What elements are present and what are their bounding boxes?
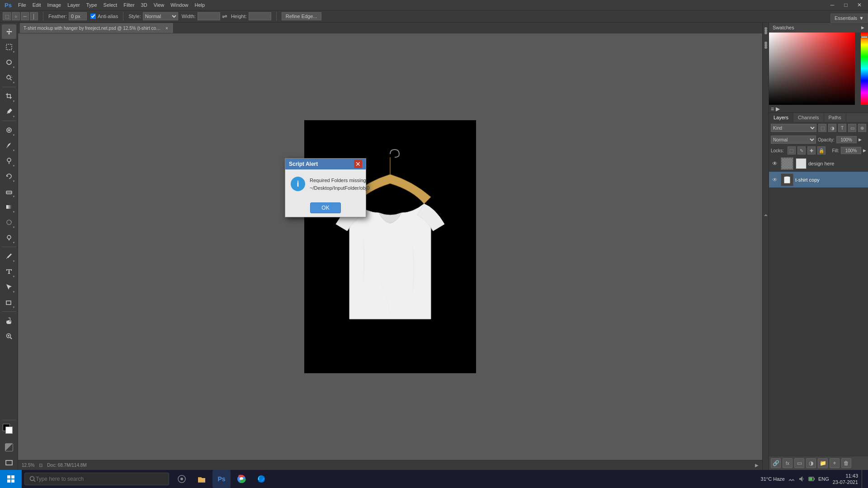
fill-arrow[interactable]: ▶: [863, 148, 866, 153]
menu-help[interactable]: Help: [192, 1, 208, 9]
eraser-tool[interactable]: ▼: [2, 184, 16, 199]
dodge-tool[interactable]: ▼: [2, 230, 16, 245]
menu-window[interactable]: Window: [168, 1, 191, 9]
taskbar-search-box[interactable]: [24, 473, 169, 485]
show-desktop-button[interactable]: [862, 470, 863, 488]
file-explorer-button[interactable]: [193, 470, 211, 488]
screen-mode-button[interactable]: [2, 455, 16, 470]
close-button[interactable]: ✕: [853, 0, 866, 10]
tab-channels[interactable]: Channels: [793, 113, 824, 122]
menu-image[interactable]: Image: [45, 1, 64, 9]
volume-icon[interactable]: [798, 476, 805, 482]
style-select[interactable]: Normal Fixed Ratio Fixed Size: [143, 12, 178, 20]
layer-mask-button[interactable]: ▭: [794, 458, 804, 468]
crop-tool[interactable]: ▼: [2, 89, 16, 103]
marquee-ellipse-option[interactable]: ○: [12, 12, 20, 20]
document-tab[interactable]: T-shirt mockup with hanger by freeject.n…: [20, 23, 174, 33]
layer-filter-adjust[interactable]: ◑: [828, 124, 836, 132]
swap-icon[interactable]: ⇌: [222, 13, 227, 20]
layer-fx-button[interactable]: fx: [783, 458, 793, 468]
menu-type[interactable]: Type: [84, 1, 100, 9]
layer-filter-pixel[interactable]: ⬚: [818, 124, 826, 132]
menu-edit[interactable]: Edit: [30, 1, 44, 9]
mini-icon-2[interactable]: [763, 39, 769, 52]
minimize-button[interactable]: ─: [826, 0, 839, 10]
gradient-tool[interactable]: ▼: [2, 200, 16, 214]
mini-icon-3[interactable]: [763, 210, 769, 222]
dialog-close-button[interactable]: ✕: [354, 160, 362, 168]
edge-taskbar-button[interactable]: [252, 470, 270, 488]
spot-healing-tool[interactable]: ▼: [2, 123, 16, 137]
anti-alias-checkbox[interactable]: [90, 14, 96, 19]
color-picker-area[interactable]: [769, 33, 868, 105]
tab-paths[interactable]: Paths: [824, 113, 846, 122]
fill-input[interactable]: [841, 147, 861, 154]
menu-file[interactable]: File: [15, 1, 29, 9]
marquee-row-option[interactable]: ─: [21, 12, 29, 20]
lock-all-btn[interactable]: 🔒: [817, 146, 826, 155]
swatches-collapse-icon[interactable]: ▶: [861, 25, 864, 30]
pen-tool[interactable]: ▼: [2, 249, 16, 263]
start-button[interactable]: [0, 470, 22, 488]
opacity-input[interactable]: [836, 136, 857, 143]
layer-visibility-toggle[interactable]: 👁: [771, 176, 779, 184]
opacity-arrow[interactable]: ▶: [859, 137, 862, 142]
shape-tool[interactable]: ▼: [2, 295, 16, 310]
layer-link-button[interactable]: 🔗: [771, 458, 781, 468]
foreground-background-colors[interactable]: [2, 423, 16, 437]
path-selection-tool[interactable]: ▼: [2, 280, 16, 294]
chrome-taskbar-button[interactable]: [232, 470, 250, 488]
battery-icon[interactable]: [808, 476, 815, 482]
restore-button[interactable]: □: [839, 0, 853, 10]
history-brush-tool[interactable]: ▼: [2, 169, 16, 183]
marquee-rect-option[interactable]: ⬚: [3, 12, 11, 20]
layer-group-button[interactable]: 📁: [818, 458, 828, 468]
quick-mask-button[interactable]: [2, 440, 16, 455]
essentials-button[interactable]: Essentials ▼: [830, 14, 868, 23]
layer-filter-shape[interactable]: ▭: [848, 124, 856, 132]
width-input[interactable]: [198, 12, 220, 20]
layer-item[interactable]: 👁 design here: [769, 155, 868, 172]
feather-input[interactable]: [69, 12, 87, 20]
menu-view[interactable]: View: [151, 1, 167, 9]
task-view-button[interactable]: [173, 470, 191, 488]
layer-adjustment-button[interactable]: ◑: [806, 458, 816, 468]
menu-select[interactable]: Select: [101, 1, 120, 9]
layer-delete-button[interactable]: 🗑: [841, 458, 851, 468]
doc-tab-close-button[interactable]: ×: [164, 25, 170, 31]
hand-tool[interactable]: [2, 314, 16, 328]
blend-mode-select[interactable]: Normal Multiply Screen: [771, 136, 816, 144]
refine-edge-button[interactable]: Refine Edge...: [282, 12, 321, 20]
lasso-tool[interactable]: ▼: [2, 55, 16, 70]
menu-3d[interactable]: 3D: [138, 1, 150, 9]
swatch-icon-1[interactable]: ≡: [771, 106, 774, 112]
layer-kind-select[interactable]: Kind: [771, 124, 816, 132]
swatch-icon-2[interactable]: ▶: [776, 106, 780, 112]
dialog-ok-button[interactable]: OK: [310, 202, 340, 213]
layer-filter-smart[interactable]: ⊕: [858, 124, 866, 132]
menu-layer[interactable]: Layer: [65, 1, 83, 9]
blur-tool[interactable]: ▼: [2, 215, 16, 230]
layer-add-button[interactable]: +: [830, 458, 840, 468]
network-icon[interactable]: [788, 476, 795, 482]
type-tool[interactable]: ▼: [2, 264, 16, 279]
zoom-tool[interactable]: [2, 329, 16, 343]
layer-item[interactable]: 👁 t-shirt copy: [769, 172, 868, 188]
quick-select-tool[interactable]: ▼: [2, 70, 16, 85]
lock-paint-btn[interactable]: ✎: [797, 146, 806, 155]
mini-icon-1[interactable]: [763, 24, 769, 37]
marquee-col-option[interactable]: │: [30, 12, 38, 20]
menu-filter[interactable]: Filter: [121, 1, 137, 9]
lock-position-btn[interactable]: ✚: [807, 146, 816, 155]
forward-arrow[interactable]: ▶: [755, 463, 759, 468]
hue-slider[interactable]: [861, 36, 868, 38]
brush-tool[interactable]: ▼: [2, 138, 16, 153]
move-tool[interactable]: [2, 24, 16, 39]
lock-transparent-btn[interactable]: ⬚: [788, 146, 796, 155]
layer-filter-type[interactable]: T: [838, 124, 846, 132]
tab-layers[interactable]: Layers: [769, 113, 793, 122]
clone-stamp-tool[interactable]: ▼: [2, 154, 16, 168]
layer-visibility-toggle[interactable]: 👁: [771, 160, 779, 168]
zoom-icon[interactable]: ⊡: [39, 463, 42, 468]
hue-bar[interactable]: [861, 33, 868, 105]
